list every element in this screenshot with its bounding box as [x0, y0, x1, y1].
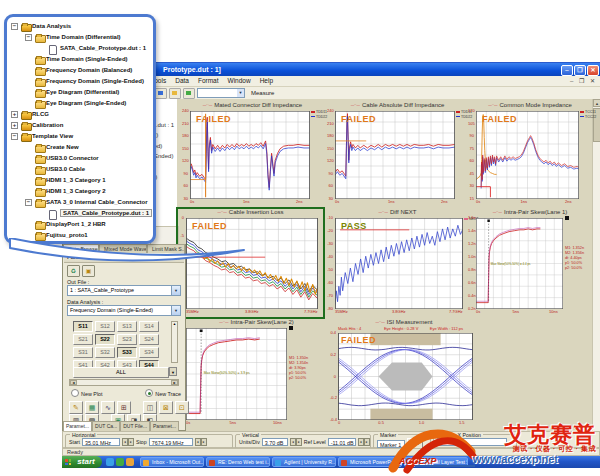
chevron-down-icon[interactable]: ▼	[171, 286, 180, 295]
chart-mated-connector-diff-impedance[interactable]: Mated Connector Diff Impedance2402101801…	[182, 102, 323, 207]
sparam-scrollbar[interactable]: ▲	[171, 321, 178, 363]
plot-area[interactable]: Max Skew(50%-50%) = 3.9 ps	[186, 328, 287, 420]
menu-item-window[interactable]: Window	[228, 76, 251, 86]
collapse-icon[interactable]: −	[11, 133, 18, 140]
out-file-combo[interactable]: 1 : SATA_Cable_Prototype ▼	[67, 285, 181, 296]
tool-button[interactable]: ◫	[143, 401, 157, 414]
menu-item-data[interactable]: Data	[175, 76, 189, 86]
tool-button[interactable]: ⊠	[159, 401, 173, 414]
menu-item-help[interactable]: Help	[260, 76, 273, 86]
chart-isi-measurement[interactable]: ISI Measurement0.40.20-0.2-0.400.51.01.5…	[330, 319, 478, 428]
plot-area[interactable]	[476, 111, 579, 199]
taskbar-button-0[interactable]: Inbox - Microsoft Out...	[140, 457, 204, 467]
sparam-button-s24[interactable]: S24	[139, 334, 159, 345]
tree-item[interactable]: Time Domain (Single-Ended)	[7, 54, 153, 65]
sparam-button-s33[interactable]: S33	[117, 347, 137, 358]
sparam-button-s14[interactable]: S14	[139, 321, 159, 332]
sparam-button-s21[interactable]: S21	[73, 334, 93, 345]
stop-field[interactable]: 7674.19 MHz	[149, 438, 193, 446]
tree-item[interactable]: SATA_Cable_Prototype.dut : 1	[7, 208, 153, 219]
tree-item[interactable]: DisplayPort 1_2 HBR	[7, 219, 153, 230]
plot-area[interactable]	[335, 218, 463, 309]
tree-item[interactable]: Eye Diagram (Differential)	[7, 87, 153, 98]
mdi-window-controls[interactable]: ‒ ❐ ✕	[570, 76, 597, 86]
ref-spinner[interactable]: ◂▸	[358, 438, 370, 446]
tree-item[interactable]: HDMI 1_3 Category 1	[7, 175, 153, 186]
chart-intra-pair-skew-lane-2[interactable]: Intra-Pair Skew(Lane 2)Max Skew(50%-50%)…	[178, 319, 335, 428]
tree-item[interactable]: −Data Analysis	[7, 21, 153, 32]
start-field[interactable]: 35.01 MHz	[82, 438, 120, 446]
tree-item[interactable]: −Template View	[7, 131, 153, 142]
chart-cable-absolute-diff-impedance[interactable]: Cable Absolute Diff Impedance24021018015…	[327, 102, 468, 207]
tool-button[interactable]: ⊞	[117, 401, 131, 414]
scroll-right-icon[interactable]: ►	[171, 380, 178, 385]
plot-area[interactable]	[338, 333, 473, 420]
quick-launch-icon[interactable]	[126, 458, 134, 466]
open-button[interactable]	[169, 88, 181, 99]
radio-new-plot[interactable]	[71, 389, 79, 397]
scroll-left-icon[interactable]: ◄	[70, 380, 77, 385]
menu-item-format[interactable]: Format	[198, 76, 219, 86]
collapse-icon[interactable]: −	[11, 23, 18, 30]
quick-launch-icon[interactable]	[116, 458, 124, 466]
ref-level-field[interactable]: -11.01 dB	[328, 438, 356, 446]
tool-button[interactable]: ∿	[101, 401, 115, 414]
taskbar-button-2[interactable]: Agilent | University R...	[272, 457, 336, 467]
marker-combo[interactable]: Marker 1	[377, 440, 405, 448]
export-button[interactable]	[183, 88, 195, 99]
tree-item[interactable]: USB3.0 Connector	[7, 153, 153, 164]
tree-item[interactable]: HDMI 1_3 Category 2	[7, 186, 153, 197]
data-analysis-combo[interactable]: Frequency Domain (Single-Ended) ▼	[67, 305, 181, 316]
quick-launch-icon[interactable]	[106, 458, 114, 466]
sparam-button-s34[interactable]: S34	[139, 347, 159, 358]
plot-area[interactable]	[335, 111, 455, 199]
start-button[interactable]: start	[62, 456, 102, 468]
taskbar-button-1[interactable]: RE: Demo Web test i...	[206, 457, 270, 467]
tree-item[interactable]: +Calibration	[7, 120, 153, 131]
measure-label[interactable]: Measure	[251, 90, 274, 96]
sparam-button-s22[interactable]: S22	[95, 334, 115, 345]
sparam-button-s32[interactable]: S32	[95, 347, 115, 358]
start-spinner[interactable]: ◂▸	[122, 438, 134, 446]
chart-common-mode-impedance[interactable]: Common Mode Impedance1201059075604530150…	[468, 102, 592, 207]
radio-new-trace[interactable]	[145, 389, 153, 397]
marker-x-field[interactable]	[437, 438, 507, 446]
expand-icon[interactable]: +	[11, 111, 18, 118]
collapse-icon[interactable]: −	[25, 199, 32, 206]
tree-item[interactable]: SATA_Cable_Prototype.dut : 1	[7, 43, 153, 54]
sparam-button-s13[interactable]: S13	[117, 321, 137, 332]
radio-option[interactable]: New Plot	[71, 389, 103, 397]
tree-item[interactable]: Frequency Domain (Balanced)	[7, 65, 153, 76]
collapse-icon[interactable]: −	[25, 34, 32, 41]
vertical-scrollbar[interactable]: ▲ ▼	[592, 99, 600, 456]
units-div-field[interactable]: 3.70 dB	[262, 438, 288, 446]
taskbar-button-3[interactable]: Microsoft PowerPoint ...	[338, 457, 402, 467]
horizontal-scrollbar[interactable]: ◄ ►	[69, 379, 179, 386]
plot-area[interactable]	[190, 111, 310, 199]
all-dropdown-icon[interactable]: ▼	[169, 367, 177, 376]
sparam-button-s12[interactable]: S12	[95, 321, 115, 332]
tool-button[interactable]: ✎	[69, 401, 83, 414]
sparam-button-s23[interactable]: S23	[117, 334, 137, 345]
chevron-down-icon[interactable]: ▼	[171, 306, 180, 315]
tool-button[interactable]: ⊡	[175, 401, 189, 414]
sparam-button-s11[interactable]: S11	[73, 321, 93, 332]
sparam-button-s31[interactable]: S31	[73, 347, 93, 358]
units-spinner[interactable]: ◂▸	[290, 438, 302, 446]
tree-item[interactable]: −Time Domain (Differential)	[7, 32, 153, 43]
save-button[interactable]	[155, 88, 167, 99]
stop-spinner[interactable]: ◂▸	[195, 438, 207, 446]
scroll-up-icon[interactable]: ▲	[593, 99, 600, 107]
all-selector[interactable]: ALL	[73, 367, 169, 378]
minimize-button[interactable]: ‒	[561, 65, 573, 76]
tree-item[interactable]: USB3.0 Cable	[7, 164, 153, 175]
close-button[interactable]: ✕	[587, 65, 599, 76]
plot-area[interactable]: Max Skew(50%-50%) = 4.4 ps	[476, 218, 563, 309]
expand-icon[interactable]: +	[11, 122, 18, 129]
scroll-up-icon[interactable]: ▲	[172, 322, 177, 326]
tool-button[interactable]: ▦	[85, 401, 99, 414]
tree-item[interactable]: +RLCG	[7, 109, 153, 120]
chart-diff-next[interactable]: Diff NEXT-10-20-30-40-50-60-70-8035MHz3.…	[327, 209, 468, 317]
radio-option[interactable]: New Trace	[145, 389, 181, 397]
restore-button[interactable]: ❐	[574, 65, 586, 76]
